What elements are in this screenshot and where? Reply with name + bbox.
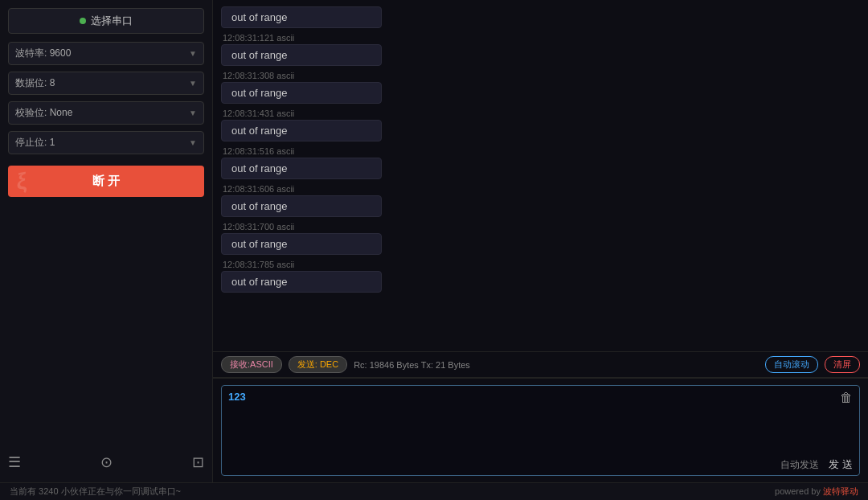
right-panel: out of range12:08:31:121 asciiout of ran…	[213, 0, 868, 482]
sidebar: 选择串口 波特率: 9600 ▼ 数据位: 8 ▼ 校验位: None ▼ 停止…	[0, 0, 213, 482]
send-format-button[interactable]: 发送: DEC	[289, 356, 347, 373]
msg-bubble: out of range	[221, 82, 382, 104]
msg-meta: 12:08:31:308 ascii	[221, 71, 860, 80]
msg-bubble: out of range	[221, 6, 382, 28]
msg-bubble: out of range	[221, 195, 382, 217]
send-bottom: 自动发送 发 送	[222, 454, 859, 475]
data-bits-arrow: ▼	[189, 79, 197, 88]
parity-arrow: ▼	[189, 109, 197, 117]
msg-bubble: out of range	[221, 158, 382, 179]
msg-bubble: out of range	[221, 120, 382, 141]
port-status-dot	[80, 18, 86, 24]
msg-bubble: out of range	[221, 271, 382, 293]
send-input-wrapper: 123 🗑 自动发送 发 送	[221, 385, 860, 476]
stats-text: Rc: 19846 Bytes Tx: 21 Bytes	[354, 360, 759, 370]
port-label: 选择串口	[91, 14, 133, 28]
message-row: 12:08:31:308 asciiout of range	[221, 71, 860, 104]
trash-icon[interactable]: 🗑	[840, 391, 853, 405]
powered-by-text: powered by	[775, 486, 823, 496]
baud-rate-label: 波特率: 9600	[15, 47, 71, 60]
message-row: 12:08:31:606 asciiout of range	[221, 184, 860, 217]
scratch-decoration: ξ	[14, 168, 28, 195]
msg-meta: 12:08:31:121 ascii	[221, 33, 860, 43]
parity-label: 校验位: None	[15, 106, 72, 120]
port-selector[interactable]: 选择串口	[8, 8, 204, 34]
main-area: 选择串口 波特率: 9600 ▼ 数据位: 8 ▼ 校验位: None ▼ 停止…	[0, 0, 868, 482]
send-area: 123 🗑 自动发送 发 送	[213, 378, 868, 482]
message-row: 12:08:31:431 asciiout of range	[221, 109, 860, 141]
status-left: 当前有 3240 小伙伴正在与你一同调试串口~	[10, 486, 181, 498]
recv-format-button[interactable]: 接收:ASCII	[221, 356, 282, 373]
stop-bits-arrow: ▼	[189, 138, 197, 147]
stop-bits-select[interactable]: 停止位: 1 ▼	[8, 131, 204, 154]
parity-select[interactable]: 校验位: None ▼	[8, 101, 204, 125]
message-row: 12:08:31:121 asciiout of range	[221, 33, 860, 66]
msg-meta: 12:08:31:431 ascii	[221, 109, 860, 118]
history-icon[interactable]: ⊡	[192, 453, 204, 471]
sidebar-bottom: ☰ ⊙ ⊡	[8, 450, 204, 474]
baud-rate-select[interactable]: 波特率: 9600 ▼	[8, 42, 204, 65]
msg-meta: 12:08:31:516 ascii	[221, 146, 860, 156]
auto-send-label[interactable]: 自动发送	[780, 458, 819, 472]
powered-by-brand: 波特驿动	[823, 486, 858, 496]
message-row: 12:08:31:700 asciiout of range	[221, 222, 860, 255]
auto-scroll-button[interactable]: 自动滚动	[765, 356, 818, 373]
menu-icon[interactable]: ☰	[8, 453, 21, 471]
message-row: 12:08:31:516 asciiout of range	[221, 146, 860, 179]
baud-rate-arrow: ▼	[189, 49, 197, 58]
msg-meta: 12:08:31:606 ascii	[221, 184, 860, 194]
message-row: out of range	[221, 6, 860, 28]
msg-meta: 12:08:31:785 ascii	[221, 260, 860, 269]
data-bits-select[interactable]: 数据位: 8 ▼	[8, 72, 204, 95]
messages-area[interactable]: out of range12:08:31:121 asciiout of ran…	[213, 0, 868, 351]
msg-meta: 12:08:31:700 ascii	[221, 222, 860, 232]
status-bar: 当前有 3240 小伙伴正在与你一同调试串口~ powered by 波特驿动	[0, 482, 868, 500]
connect-button[interactable]: ξ 断 开	[8, 166, 204, 197]
message-row: 12:08:31:785 asciiout of range	[221, 260, 860, 293]
connect-btn-label: 断 开	[92, 174, 120, 187]
msg-bubble: out of range	[221, 44, 382, 66]
bottom-toolbar: 接收:ASCII 发送: DEC Rc: 19846 Bytes Tx: 21 …	[213, 351, 868, 378]
send-value: 123	[228, 391, 840, 403]
send-button[interactable]: 发 送	[829, 457, 853, 472]
stop-bits-label: 停止位: 1	[15, 136, 55, 150]
msg-bubble: out of range	[221, 233, 382, 255]
github-icon[interactable]: ⊙	[100, 453, 113, 471]
data-bits-label: 数据位: 8	[15, 76, 55, 90]
settings-list: 波特率: 9600 ▼ 数据位: 8 ▼ 校验位: None ▼ 停止位: 1 …	[8, 42, 204, 154]
send-input-top: 123 🗑	[222, 386, 859, 454]
clear-screen-button[interactable]: 清屏	[825, 356, 860, 373]
status-right: powered by 波特驿动	[775, 486, 858, 498]
